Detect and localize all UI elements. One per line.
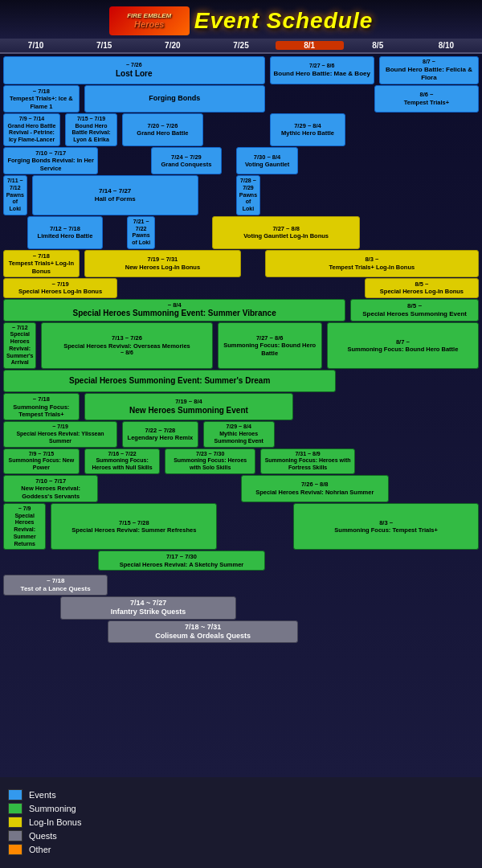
legend-other: Other bbox=[8, 844, 474, 855]
date-85: 8/5 bbox=[344, 41, 412, 50]
row-revivals: ~ 7/12 Special Heroes Revival: Summer's … bbox=[3, 322, 479, 370]
date-720: 7/20 bbox=[138, 41, 206, 50]
row-infantry: 7/14 ~ 7/27 Infantry Strike Quests bbox=[3, 596, 479, 620]
legend-label-quests: Quests bbox=[29, 831, 57, 841]
lost-lore-event: ~ 7/26 Lost Lore bbox=[3, 56, 265, 84]
special-revival-summer-arrival: ~ 7/12 Special Heroes Revival: Summer's … bbox=[3, 322, 36, 370]
row-limited-hero: 7/12 ~ 7/18 Limited Hero Battle 7/21 ~ 7… bbox=[3, 216, 479, 249]
row-tempest-login: ~ 7/18 Tempest Trials+ Log-In Bonus 7/19… bbox=[3, 250, 479, 277]
bound-hero-revival-lyon: 7/15 ~ 7/19 Bound Hero Battle Revival: L… bbox=[65, 113, 117, 146]
pawns-loki-2: 7/28 ~ 7/29 Pawns of Loki bbox=[236, 175, 260, 215]
summer-vibrance-event: ~ 8/4 Special Heroes Summoning Event: Su… bbox=[3, 299, 345, 321]
grand-hero-revival-petrine: 7/9 ~ 7/14 Grand Hero Battle Revival - P… bbox=[3, 113, 60, 146]
legend-quests: Quests bbox=[8, 830, 474, 841]
row-pawns: 7/11 ~ 7/12 Pawns of Loki 7/14 ~ 7/27 Ha… bbox=[3, 175, 479, 215]
grand-hero-battle: 7/20 ~ 7/26 Grand Hero Battle bbox=[122, 113, 203, 146]
row-goddess: 7/10 ~ 7/17 New Heroes Revival: Goddess'… bbox=[3, 475, 479, 502]
bound-hero-felicia-event: 8/7 ~ Bound Hero Battle: Felicia & Flora bbox=[379, 56, 479, 84]
legendary-remix: 7/22 ~ 7/28 Legendary Hero Remix bbox=[122, 421, 198, 447]
summoning-fortress-skills: 7/31 ~ 8/9 Summoning Focus: Heroes with … bbox=[260, 448, 355, 474]
date-725: 7/25 bbox=[206, 41, 275, 50]
timeline: ~ 7/26 Lost Lore 7/27 ~ 8/6 Bound Hero B… bbox=[0, 54, 482, 777]
row-coliseum: 7/18 ~ 7/31 Coliseum & Ordeals Quests bbox=[3, 620, 479, 644]
row-special-login: ~ 7/19 Special Heroes Log-In Bonus 8/5 ~… bbox=[3, 278, 479, 298]
summoning-new-power: 7/9 ~ 7/15 Summoning Focus: New Power bbox=[3, 448, 80, 474]
legend-label-other: Other bbox=[29, 845, 51, 854]
row-summers-dream: Special Heroes Summoning Event: Summer's… bbox=[3, 370, 479, 392]
infantry-strike-quests: 7/14 ~ 7/27 Infantry Strike Quests bbox=[60, 596, 236, 620]
bound-hero-mae-event: 7/27 ~ 8/6 Bound Hero Battle: Mae & Boey bbox=[270, 56, 374, 84]
date-715: 7/15 bbox=[70, 41, 138, 50]
hall-of-forms: 7/14 ~ 7/27 Hall of Forms bbox=[32, 175, 198, 215]
special-revival-refreshes: 7/15 ~ 7/28 Special Heroes Revival: Summ… bbox=[51, 503, 217, 551]
summoning-focus-bound-1: 7/27 ~ 8/6 Summoning Focus: Bound Hero B… bbox=[218, 322, 322, 370]
events-grid: ~ 7/26 Lost Lore 7/27 ~ 8/6 Bound Hero B… bbox=[2, 54, 480, 645]
forging-bonds-revival: 7/10 ~ 7/17 Forging Bonds Revival: In He… bbox=[3, 147, 98, 174]
legend-box-events bbox=[8, 789, 22, 800]
legend-login: Log-In Bonus bbox=[8, 817, 474, 828]
date-810: 8/10 bbox=[412, 41, 480, 50]
special-heroes-summoning-main: 8/5 ~ Special Heroes Summoning Event bbox=[350, 299, 479, 321]
legend-label-events: Events bbox=[29, 790, 56, 800]
mythic-summoning: 7/29 ~ 8/4 Mythic Heroes Summoning Event bbox=[203, 421, 275, 447]
voting-gauntlet-login: 7/27 ~ 8/8 Voting Gauntlet Log-In Bonus bbox=[212, 216, 360, 249]
summoning-tempest-2: 8/3 ~ Summoning Focus: Tempest Trials+ bbox=[293, 503, 479, 551]
row-forging-revival: 7/10 ~ 7/17 Forging Bonds Revival: In He… bbox=[3, 147, 479, 174]
legend-label-summoning: Summoning bbox=[29, 804, 76, 813]
header: FIRE EMBLEM Heroes Event Schedule bbox=[0, 0, 482, 39]
legend-box-quests bbox=[8, 830, 22, 841]
legend-summoning: Summoning bbox=[8, 803, 474, 814]
page-title: Event Schedule bbox=[194, 8, 374, 34]
limited-hero-battle: 7/12 ~ 7/18 Limited Hero Battle bbox=[27, 216, 104, 249]
forging-bonds-event: Forging Bonds bbox=[84, 85, 265, 113]
app-container: FIRE EMBLEM Heroes Event Schedule 7/10 7… bbox=[0, 0, 482, 868]
row-summoning-focus: 7/9 ~ 7/15 Summoning Focus: New Power 7/… bbox=[3, 448, 479, 474]
new-heroes-login-bonus: 7/19 ~ 7/31 New Heroes Log-In Bonus bbox=[84, 250, 241, 277]
pawns-loki-1: 7/11 ~ 7/12 Pawns of Loki bbox=[3, 175, 27, 215]
tempest-plus-event: ~ 7/18 Tempest Trials+: Ice & Flame 1 bbox=[3, 85, 80, 113]
summoning-solo-skills: 7/23 ~ 7/30 Summoning Focus: Heroes with… bbox=[165, 448, 255, 474]
voting-gauntlet: 7/30 ~ 8/4 Voting Gauntlet bbox=[236, 147, 298, 174]
summers-dream-event: Special Heroes Summoning Event: Summer's… bbox=[3, 370, 336, 392]
date-header: 7/10 7/15 7/20 7/25 8/1 8/5 8/10 bbox=[0, 39, 482, 54]
tempest-login-bonus-1: ~ 7/18 Tempest Trials+ Log-In Bonus bbox=[3, 250, 80, 277]
row-summer-returns: ~ 7/9 Special Heroes Revival: Summer Ret… bbox=[3, 503, 479, 551]
header-logo: FIRE EMBLEM Heroes Event Schedule bbox=[3, 6, 479, 35]
coliseum-quests: 7/18 ~ 7/31 Coliseum & Ordeals Quests bbox=[108, 620, 298, 644]
date-710: 7/10 bbox=[2, 41, 70, 50]
row-new-heroes-summoning: ~ 7/18 Summoning Focus: Tempest Trials+ … bbox=[3, 393, 479, 420]
row-tempest1: ~ 7/18 Tempest Trials+: Ice & Flame 1 Fo… bbox=[3, 85, 479, 113]
tempest-summoning-focus: ~ 7/18 Summoning Focus: Tempest Trials+ bbox=[3, 393, 80, 420]
legend-box-other bbox=[8, 844, 22, 855]
row-sketchy: 7/17 ~ 7/30 Special Heroes Revival: A Sk… bbox=[3, 551, 479, 571]
grand-conquests: 7/24 ~ 7/29 Grand Conquests bbox=[151, 147, 223, 174]
date-81: 8/1 bbox=[276, 41, 344, 50]
legend-events: Events bbox=[8, 789, 474, 800]
legend-label-login: Log-In Bonus bbox=[29, 817, 81, 827]
test-lance-quests: ~ 7/18 Test of a Lance Quests bbox=[3, 575, 108, 596]
tempest-plus2-event: 8/6 ~ Tempest Trials+ bbox=[374, 85, 479, 113]
legend-box-login bbox=[8, 817, 22, 828]
summoning-null-skills: 7/16 ~ 7/22 Summoning Focus: Heroes with… bbox=[84, 448, 161, 474]
special-revival-nohrian: 7/26 ~ 8/8 Special Heroes Revival: Nohri… bbox=[241, 475, 389, 502]
new-heroes-goddess: 7/10 ~ 7/17 New Heroes Revival: Goddess'… bbox=[3, 475, 98, 502]
special-heroes-login-1: ~ 7/19 Special Heroes Log-In Bonus bbox=[3, 278, 117, 298]
row-grand-hero: 7/9 ~ 7/14 Grand Hero Battle Revival - P… bbox=[3, 113, 479, 146]
footnotes: *Schedule may change without prior notic… bbox=[0, 864, 482, 868]
legend: Events Summoning Log-In Bonus Quests Oth… bbox=[0, 780, 482, 864]
row-lost-lore: ~ 7/26 Lost Lore 7/27 ~ 8/6 Bound Hero B… bbox=[3, 56, 479, 84]
tempest-login-bonus-2: 8/3 ~ Tempest Trials+ Log-In Bonus bbox=[265, 250, 479, 277]
summoning-focus-bound-2: 8/7 ~ Summoning Focus: Bound Hero Battle bbox=[327, 322, 479, 370]
new-heroes-summoning: 7/19 ~ 8/4 New Heroes Summoning Event bbox=[84, 393, 293, 420]
special-heroes-login-2: 8/5 ~ Special Heroes Log-In Bonus bbox=[365, 278, 479, 298]
special-revival-sketchy: 7/17 ~ 7/30 Special Heroes Revival: A Sk… bbox=[98, 551, 264, 571]
special-revival-summer-returns: ~ 7/9 Special Heroes Revival: Summer Ret… bbox=[3, 503, 46, 551]
pawns-loki-3: 7/21 ~ 7/22 Pawns of Loki bbox=[127, 216, 156, 249]
row-summer-vibrance: ~ 8/4 Special Heroes Summoning Event: Su… bbox=[3, 299, 479, 321]
legend-box-summoning bbox=[8, 803, 22, 814]
row-ylissean: ~ 7/19 Special Heroes Revival: Ylissean … bbox=[3, 421, 479, 447]
game-logo: FIRE EMBLEM Heroes bbox=[109, 6, 190, 35]
special-revival-overseas: 7/13 ~ 7/26 Special Heroes Revival: Over… bbox=[41, 322, 212, 370]
row-test-lance: ~ 7/18 Test of a Lance Quests bbox=[3, 575, 479, 596]
mythic-hero-battle: 7/29 ~ 8/4 Mythic Hero Battle bbox=[270, 113, 346, 146]
